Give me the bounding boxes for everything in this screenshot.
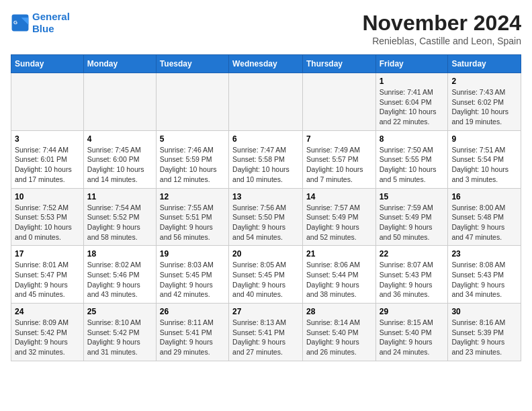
calendar-day-cell: 26Sunrise: 8:11 AM Sunset: 5:41 PM Dayli…	[156, 304, 228, 361]
calendar-day-cell: 19Sunrise: 8:03 AM Sunset: 5:45 PM Dayli…	[156, 246, 228, 304]
calendar-day-cell: 4Sunrise: 7:45 AM Sunset: 6:00 PM Daylig…	[83, 130, 156, 188]
day-number: 5	[160, 134, 225, 144]
calendar-table: SundayMondayTuesdayWednesdayThursdayFrid…	[11, 54, 521, 361]
day-info: Sunrise: 8:05 AM Sunset: 5:45 PM Dayligh…	[232, 260, 299, 300]
day-info: Sunrise: 8:07 AM Sunset: 5:43 PM Dayligh…	[380, 260, 445, 300]
day-info: Sunrise: 7:51 AM Sunset: 5:54 PM Dayligh…	[451, 145, 517, 185]
calendar-day-cell: 13Sunrise: 7:56 AM Sunset: 5:50 PM Dayli…	[229, 188, 303, 246]
day-info: Sunrise: 8:09 AM Sunset: 5:42 PM Dayligh…	[15, 318, 80, 357]
calendar-day-cell: 30Sunrise: 8:16 AM Sunset: 5:39 PM Dayli…	[448, 304, 521, 361]
day-info: Sunrise: 8:16 AM Sunset: 5:39 PM Dayligh…	[451, 318, 517, 357]
calendar-day-cell	[229, 73, 303, 131]
calendar-day-cell: 23Sunrise: 8:08 AM Sunset: 5:43 PM Dayli…	[448, 246, 521, 304]
calendar-day-cell: 10Sunrise: 7:52 AM Sunset: 5:53 PM Dayli…	[11, 188, 84, 246]
day-info: Sunrise: 7:44 AM Sunset: 6:01 PM Dayligh…	[15, 145, 80, 185]
day-info: Sunrise: 7:46 AM Sunset: 5:59 PM Dayligh…	[160, 145, 225, 185]
day-info: Sunrise: 8:06 AM Sunset: 5:44 PM Dayligh…	[306, 260, 372, 300]
title-area: November 2024 Renieblas, Castille and Le…	[362, 11, 521, 46]
calendar-day-cell: 1Sunrise: 7:41 AM Sunset: 6:04 PM Daylig…	[375, 73, 448, 131]
day-info: Sunrise: 7:45 AM Sunset: 6:00 PM Dayligh…	[87, 145, 152, 185]
day-number: 19	[160, 249, 225, 259]
day-info: Sunrise: 8:02 AM Sunset: 5:46 PM Dayligh…	[87, 260, 152, 300]
calendar-week-row: 3Sunrise: 7:44 AM Sunset: 6:01 PM Daylig…	[11, 130, 521, 188]
calendar-body: 1Sunrise: 7:41 AM Sunset: 6:04 PM Daylig…	[11, 73, 521, 361]
calendar-day-cell: 28Sunrise: 8:14 AM Sunset: 5:40 PM Dayli…	[302, 304, 375, 361]
day-info: Sunrise: 8:00 AM Sunset: 5:48 PM Dayligh…	[451, 203, 517, 242]
day-info: Sunrise: 8:14 AM Sunset: 5:40 PM Dayligh…	[306, 318, 372, 357]
day-number: 20	[232, 249, 299, 259]
page-header: G General Blue November 2024 Renieblas, …	[11, 11, 521, 46]
day-number: 12	[160, 192, 225, 201]
day-number: 9	[451, 134, 517, 144]
day-info: Sunrise: 8:01 AM Sunset: 5:47 PM Dayligh…	[15, 260, 80, 300]
day-number: 13	[232, 192, 299, 201]
calendar-day-cell: 25Sunrise: 8:10 AM Sunset: 5:42 PM Dayli…	[83, 304, 156, 361]
calendar-day-cell: 20Sunrise: 8:05 AM Sunset: 5:45 PM Dayli…	[229, 246, 303, 304]
day-info: Sunrise: 7:57 AM Sunset: 5:49 PM Dayligh…	[306, 203, 372, 242]
month-title: November 2024	[362, 11, 521, 36]
calendar-day-cell: 7Sunrise: 7:49 AM Sunset: 5:57 PM Daylig…	[302, 130, 375, 188]
calendar-day-cell: 12Sunrise: 7:55 AM Sunset: 5:51 PM Dayli…	[156, 188, 228, 246]
weekday-header-cell: Tuesday	[156, 55, 228, 73]
day-number: 4	[87, 134, 152, 144]
calendar-day-cell: 14Sunrise: 7:57 AM Sunset: 5:49 PM Dayli…	[302, 188, 375, 246]
day-number: 29	[380, 307, 445, 316]
day-number: 2	[451, 77, 517, 86]
day-number: 18	[87, 249, 152, 259]
svg-text:G: G	[13, 19, 17, 26]
calendar-day-cell: 16Sunrise: 8:00 AM Sunset: 5:48 PM Dayli…	[448, 188, 521, 246]
weekday-header-cell: Friday	[375, 55, 448, 73]
logo-text: General Blue	[32, 11, 70, 35]
calendar-week-row: 1Sunrise: 7:41 AM Sunset: 6:04 PM Daylig…	[11, 73, 521, 131]
day-number: 16	[451, 192, 517, 201]
calendar-day-cell: 18Sunrise: 8:02 AM Sunset: 5:46 PM Dayli…	[83, 246, 156, 304]
day-info: Sunrise: 7:52 AM Sunset: 5:53 PM Dayligh…	[15, 203, 80, 242]
calendar-week-row: 17Sunrise: 8:01 AM Sunset: 5:47 PM Dayli…	[11, 246, 521, 304]
day-number: 8	[380, 134, 445, 144]
day-info: Sunrise: 8:03 AM Sunset: 5:45 PM Dayligh…	[160, 260, 225, 300]
weekday-header-row: SundayMondayTuesdayWednesdayThursdayFrid…	[11, 55, 521, 73]
calendar-day-cell: 17Sunrise: 8:01 AM Sunset: 5:47 PM Dayli…	[11, 246, 84, 304]
calendar-day-cell: 8Sunrise: 7:50 AM Sunset: 5:55 PM Daylig…	[375, 130, 448, 188]
day-number: 15	[380, 192, 445, 201]
day-number: 24	[15, 307, 80, 316]
calendar-day-cell	[302, 73, 375, 131]
weekday-header-cell: Thursday	[302, 55, 375, 73]
day-number: 27	[232, 307, 299, 316]
day-info: Sunrise: 7:54 AM Sunset: 5:52 PM Dayligh…	[87, 203, 152, 242]
day-number: 21	[306, 249, 372, 259]
calendar-day-cell: 11Sunrise: 7:54 AM Sunset: 5:52 PM Dayli…	[83, 188, 156, 246]
weekday-header-cell: Monday	[83, 55, 156, 73]
day-number: 30	[451, 307, 517, 316]
day-number: 1	[380, 77, 445, 86]
day-info: Sunrise: 7:50 AM Sunset: 5:55 PM Dayligh…	[380, 145, 445, 185]
calendar-day-cell: 24Sunrise: 8:09 AM Sunset: 5:42 PM Dayli…	[11, 304, 84, 361]
day-number: 28	[306, 307, 372, 316]
calendar-week-row: 10Sunrise: 7:52 AM Sunset: 5:53 PM Dayli…	[11, 188, 521, 246]
calendar-day-cell: 15Sunrise: 7:59 AM Sunset: 5:49 PM Dayli…	[375, 188, 448, 246]
day-number: 23	[451, 249, 517, 259]
weekday-header-cell: Wednesday	[229, 55, 303, 73]
day-number: 10	[15, 192, 80, 201]
day-info: Sunrise: 7:49 AM Sunset: 5:57 PM Dayligh…	[306, 145, 372, 185]
day-number: 3	[15, 134, 80, 144]
day-number: 7	[306, 134, 372, 144]
day-info: Sunrise: 8:13 AM Sunset: 5:41 PM Dayligh…	[232, 318, 299, 357]
calendar-day-cell	[83, 73, 156, 131]
calendar-day-cell: 21Sunrise: 8:06 AM Sunset: 5:44 PM Dayli…	[302, 246, 375, 304]
day-number: 22	[380, 249, 445, 259]
day-info: Sunrise: 8:08 AM Sunset: 5:43 PM Dayligh…	[451, 260, 517, 300]
day-info: Sunrise: 8:11 AM Sunset: 5:41 PM Dayligh…	[160, 318, 225, 357]
day-number: 14	[306, 192, 372, 201]
calendar-day-cell: 6Sunrise: 7:47 AM Sunset: 5:58 PM Daylig…	[229, 130, 303, 188]
day-info: Sunrise: 7:55 AM Sunset: 5:51 PM Dayligh…	[160, 203, 225, 242]
calendar-day-cell: 5Sunrise: 7:46 AM Sunset: 5:59 PM Daylig…	[156, 130, 228, 188]
calendar-day-cell: 9Sunrise: 7:51 AM Sunset: 5:54 PM Daylig…	[448, 130, 521, 188]
day-number: 17	[15, 249, 80, 259]
location-subtitle: Renieblas, Castille and Leon, Spain	[362, 36, 521, 46]
day-info: Sunrise: 7:56 AM Sunset: 5:50 PM Dayligh…	[232, 203, 299, 242]
day-number: 6	[232, 134, 299, 144]
weekday-header-cell: Sunday	[11, 55, 84, 73]
calendar-week-row: 24Sunrise: 8:09 AM Sunset: 5:42 PM Dayli…	[11, 304, 521, 361]
logo: G General Blue	[11, 11, 70, 35]
